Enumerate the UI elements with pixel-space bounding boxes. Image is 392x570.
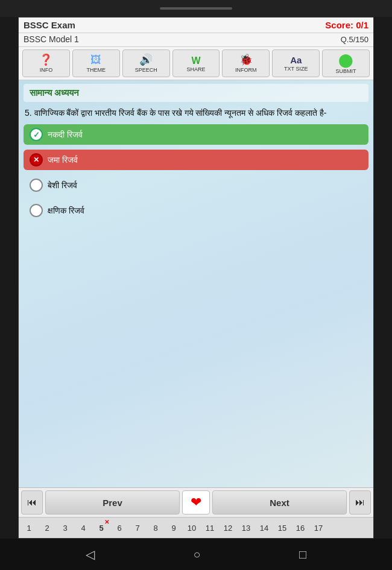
- question-number: 5.: [25, 108, 32, 118]
- nav-bar: ⏮ Prev ❤ Next ⏭: [19, 487, 373, 517]
- heart-icon: ❤: [191, 495, 201, 510]
- content-spacer: [19, 221, 373, 487]
- option-a[interactable]: नकदी रिजर्व: [24, 124, 368, 145]
- option-c-text: बेशी रिजर्व: [48, 180, 77, 191]
- question-area: 5. वाणिज्यिक बैंकों द्वारा भारतीय रिजर्व…: [19, 104, 373, 124]
- inform-button[interactable]: 🐞 INFORM: [222, 49, 270, 77]
- help-icon: ❓: [39, 54, 52, 67]
- option-d[interactable]: क्षणिक रिजर्व: [24, 200, 368, 221]
- theme-label: THEME: [87, 67, 106, 73]
- skip-next-icon: ⏭: [355, 497, 365, 508]
- android-home-button[interactable]: ○: [193, 548, 200, 562]
- submit-icon: ⬤: [338, 52, 353, 68]
- android-nav: ◁ ○ □: [0, 539, 392, 570]
- question-body: वाणिज्यिक बैंकों द्वारा भारतीय रिजर्व बै…: [34, 108, 327, 118]
- inform-icon: 🐞: [239, 54, 253, 67]
- question-num-2[interactable]: 2: [38, 520, 56, 536]
- sub-header: BSSC Model 1 Q.5/150: [19, 33, 373, 47]
- option-a-radio: [30, 128, 43, 141]
- submit-label: SUBMIT: [336, 68, 356, 74]
- model-label: BSSC Model 1: [24, 34, 79, 44]
- question-num-9[interactable]: 9: [165, 520, 183, 536]
- question-num-17[interactable]: 17: [309, 520, 327, 536]
- app-score: Score: 0/1: [325, 20, 368, 30]
- question-strip: 12345✕67891011121314151617: [19, 517, 373, 538]
- question-num-6[interactable]: 6: [110, 520, 128, 536]
- app-header: BSSC Exam Score: 0/1: [19, 17, 373, 33]
- question-num-1[interactable]: 1: [20, 520, 38, 536]
- speech-button[interactable]: 🔊 SPEECH: [122, 49, 170, 77]
- share-icon: W: [191, 55, 200, 66]
- question-num-7[interactable]: 7: [128, 520, 147, 536]
- theme-icon: 🖼: [90, 54, 101, 67]
- app-title: BSSC Exam: [24, 20, 75, 30]
- option-d-radio: [30, 204, 43, 217]
- next-button[interactable]: Next: [212, 490, 347, 515]
- question-num-12[interactable]: 12: [219, 520, 237, 536]
- question-num-11[interactable]: 11: [201, 520, 219, 536]
- heart-button[interactable]: ❤: [182, 490, 210, 515]
- skip-back-button[interactable]: ⏮: [21, 490, 43, 515]
- speech-label: SPEECH: [135, 67, 157, 73]
- question-num-10[interactable]: 10: [183, 520, 201, 536]
- option-b-radio: [30, 153, 43, 166]
- txtsize-icon: Aa: [290, 55, 302, 66]
- category-text: सामान्य अध्ययन: [30, 87, 79, 98]
- device-frame: BSSC Exam Score: 0/1 BSSC Model 1 Q.5/15…: [18, 17, 374, 539]
- submit-button[interactable]: ⬤ SUBMIT: [322, 49, 370, 77]
- question-num-16[interactable]: 16: [291, 520, 309, 536]
- share-button[interactable]: W SHARE: [172, 49, 220, 77]
- question-num-13[interactable]: 13: [237, 520, 255, 536]
- txtsize-button[interactable]: Aa TXT SIZE: [272, 49, 320, 77]
- android-back-button[interactable]: ◁: [86, 547, 95, 562]
- question-count: Q.5/150: [341, 35, 368, 44]
- android-recent-button[interactable]: □: [299, 548, 306, 562]
- next-label: Next: [270, 498, 289, 508]
- skip-next-button[interactable]: ⏭: [349, 490, 371, 515]
- help-button[interactable]: ❓ INFO: [22, 49, 70, 77]
- option-a-text: नकदी रिजर्व: [48, 130, 83, 140]
- question-num-14[interactable]: 14: [255, 520, 273, 536]
- option-c-radio: [30, 179, 43, 192]
- help-label: INFO: [40, 67, 53, 73]
- toolbar: ❓ INFO 🖼 THEME 🔊 SPEECH W SHARE 🐞 INFORM…: [19, 47, 373, 80]
- inform-label: INFORM: [235, 67, 257, 73]
- prev-button[interactable]: Prev: [45, 490, 180, 515]
- share-label: SHARE: [187, 66, 206, 72]
- skip-back-icon: ⏮: [27, 497, 37, 508]
- option-b[interactable]: जमा रिजर्व: [24, 150, 368, 170]
- status-bar-line: [160, 7, 232, 10]
- speech-icon: 🔊: [139, 54, 153, 67]
- question-num-15[interactable]: 15: [273, 520, 291, 536]
- prev-label: Prev: [103, 498, 122, 508]
- status-bar: [0, 0, 392, 17]
- options-area: नकदी रिजर्व जमा रिजर्व बेशी रिजर्व क्षणि…: [19, 124, 373, 221]
- option-b-text: जमा रिजर्व: [48, 155, 78, 165]
- category-bar: सामान्य अध्ययन: [24, 84, 368, 102]
- question-num-3[interactable]: 3: [56, 520, 74, 536]
- question-num-5[interactable]: 5✕: [92, 520, 110, 536]
- txtsize-label: TXT SIZE: [284, 66, 308, 72]
- question-text: 5. वाणिज्यिक बैंकों द्वारा भारतीय रिजर्व…: [25, 108, 326, 118]
- option-d-text: क्षणिक रिजर्व: [48, 206, 84, 216]
- question-num-4[interactable]: 4: [74, 520, 92, 536]
- theme-button[interactable]: 🖼 THEME: [72, 49, 120, 77]
- option-c[interactable]: बेशी रिजर्व: [24, 175, 368, 195]
- question-num-8[interactable]: 8: [147, 520, 165, 536]
